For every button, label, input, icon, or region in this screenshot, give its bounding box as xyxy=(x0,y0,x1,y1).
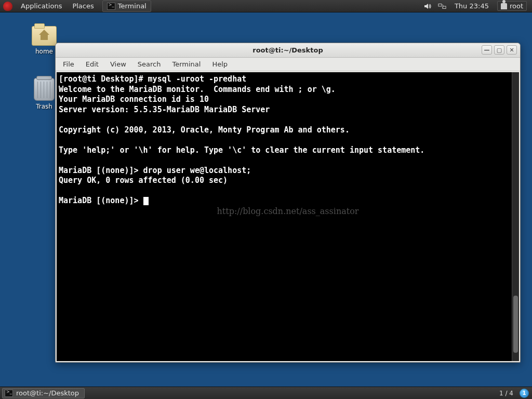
clock[interactable]: Thu 23:45 xyxy=(453,2,491,10)
home-folder-icon xyxy=(32,26,57,46)
terminal-scrollbar[interactable] xyxy=(512,72,519,361)
terminal-icon xyxy=(107,3,115,10)
top-task-label: Terminal xyxy=(118,2,147,10)
window-title: root@ti:~/Desktop xyxy=(252,46,323,54)
menu-terminal[interactable]: Terminal xyxy=(167,59,206,70)
menu-view[interactable]: View xyxy=(105,59,131,70)
user-label: root xyxy=(510,2,523,10)
minimize-button[interactable]: — xyxy=(482,45,492,55)
top-task-terminal[interactable]: Terminal xyxy=(102,1,151,12)
terminal-cursor xyxy=(143,197,149,205)
menu-file[interactable]: File xyxy=(58,59,79,70)
terminal-viewport[interactable]: [root@ti Desktop]# mysql -uroot -predhat… xyxy=(57,72,519,361)
applications-menu[interactable]: Applications xyxy=(16,0,67,12)
volume-icon[interactable] xyxy=(423,2,432,10)
network-icon[interactable] xyxy=(438,2,446,10)
scrollbar-thumb[interactable] xyxy=(513,296,518,353)
bottom-panel: root@ti:~/Desktop 1 / 4 1 xyxy=(0,387,532,399)
terminal-output[interactable]: [root@ti Desktop]# mysql -uroot -predhat… xyxy=(57,72,519,208)
close-button[interactable]: ✕ xyxy=(507,45,517,55)
menu-search[interactable]: Search xyxy=(132,59,166,70)
top-panel: Applications Places Terminal Thu 23:45 r… xyxy=(0,0,532,12)
terminal-menubar: File Edit View Search Terminal Help xyxy=(56,58,520,71)
places-menu[interactable]: Places xyxy=(67,0,99,12)
system-tray: Thu 23:45 root xyxy=(423,1,532,11)
maximize-button[interactable]: ▢ xyxy=(494,45,504,55)
workspace-label: 1 / 4 xyxy=(494,390,518,397)
distro-logo-icon[interactable] xyxy=(3,2,12,11)
workspace-indicator[interactable]: 1 xyxy=(520,389,529,398)
user-menu[interactable]: root xyxy=(497,1,527,11)
terminal-icon xyxy=(5,390,13,397)
menu-help[interactable]: Help xyxy=(207,59,233,70)
terminal-window: root@ti:~/Desktop — ▢ ✕ File Edit View S… xyxy=(55,43,521,363)
svg-rect-0 xyxy=(438,4,442,6)
taskbar-item-label: root@ti:~/Desktop xyxy=(16,389,79,397)
menu-edit[interactable]: Edit xyxy=(81,59,104,70)
taskbar-item-terminal[interactable]: root@ti:~/Desktop xyxy=(2,388,85,398)
window-titlebar[interactable]: root@ti:~/Desktop — ▢ ✕ xyxy=(56,43,520,58)
trash-icon xyxy=(34,78,55,101)
user-icon xyxy=(501,3,507,9)
